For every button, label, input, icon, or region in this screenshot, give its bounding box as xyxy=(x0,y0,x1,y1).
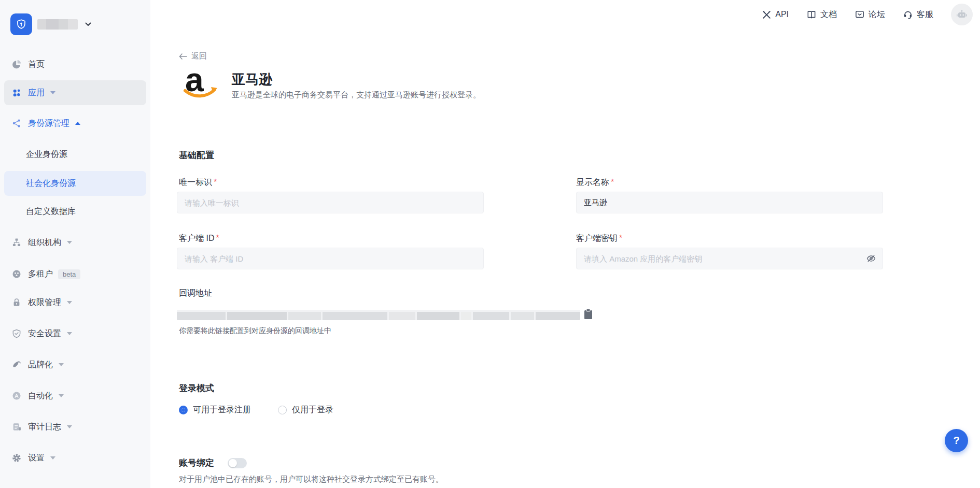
forum-link[interactable]: 论坛 xyxy=(855,9,885,20)
api-link[interactable]: API xyxy=(762,10,789,20)
required-asterisk: * xyxy=(214,178,217,186)
radio-unselected-icon xyxy=(278,406,287,414)
sidebar-item-apps[interactable]: 应用 xyxy=(4,80,146,105)
support-link[interactable]: 客服 xyxy=(903,9,933,20)
forum-icon xyxy=(855,9,865,20)
account-binding-row: 账号绑定 xyxy=(179,457,247,469)
sidebar-item-label: 设置 xyxy=(28,453,45,464)
workspace-switcher[interactable] xyxy=(10,12,91,36)
docs-link-label: 文档 xyxy=(820,9,837,20)
sidebar: 首页 应用 身份源管理 企业身份源 社会化身份源 自定义数据库 xyxy=(0,0,150,488)
required-asterisk: * xyxy=(619,234,622,242)
sidebar-item-custom-database[interactable]: 自定义数据库 xyxy=(0,200,150,223)
sidebar-item-automation[interactable]: 自动化 xyxy=(0,384,150,407)
headset-icon xyxy=(903,9,913,20)
docs-link[interactable]: 文档 xyxy=(806,9,837,20)
chevron-down-icon xyxy=(85,22,91,26)
sidebar-item-label: 自定义数据库 xyxy=(26,206,76,217)
sidebar-item-organization[interactable]: 组织机构 xyxy=(0,231,150,254)
page-title: 亚马逊 xyxy=(232,70,272,89)
sidebar-item-home[interactable]: 首页 xyxy=(0,53,150,76)
beta-badge: beta xyxy=(58,269,80,279)
sidebar-item-label: 应用 xyxy=(28,88,45,98)
account-binding-toggle[interactable] xyxy=(228,458,247,468)
sidebar-item-label: 社会化身份源 xyxy=(26,178,76,189)
login-mode-options: 可用于登录注册 仅用于登录 xyxy=(179,405,333,415)
robot-icon xyxy=(956,8,968,21)
sidebar-item-label: 组织机构 xyxy=(28,237,61,248)
chevron-down-icon xyxy=(67,241,72,244)
help-button[interactable]: ? xyxy=(945,429,968,452)
client-id-label: 客户端 ID* xyxy=(179,233,219,244)
forum-link-label: 论坛 xyxy=(869,9,885,20)
page-description: 亚马逊是全球的电子商务交易平台，支持通过亚马逊账号进行授权登录。 xyxy=(232,90,481,100)
sidebar-item-label: 多租户 xyxy=(28,269,53,280)
back-label: 返回 xyxy=(191,51,207,61)
radio-label: 仅用于登录 xyxy=(292,405,333,415)
chevron-down-icon xyxy=(67,332,72,335)
sidebar-item-label: 审计日志 xyxy=(28,422,61,433)
workspace-name-redacted xyxy=(37,19,78,30)
sidebar-item-label: 安全设置 xyxy=(28,328,61,339)
callback-url-helper: 你需要将此链接配置到对应身份源的回调地址中 xyxy=(179,326,331,336)
eye-off-icon[interactable] xyxy=(866,253,876,266)
chevron-down-icon xyxy=(50,91,55,94)
chevron-down-icon xyxy=(59,363,64,366)
tools-icon xyxy=(762,10,772,20)
app-root: 首页 应用 身份源管理 企业身份源 社会化身份源 自定义数据库 xyxy=(0,0,980,488)
sidebar-item-label: 身份源管理 xyxy=(28,118,69,129)
back-button[interactable]: 返回 xyxy=(179,51,207,61)
sidebar-item-multi-tenant[interactable]: 多租户 beta xyxy=(0,263,150,285)
client-secret-label: 客户端密钥* xyxy=(576,233,622,244)
lock-icon xyxy=(11,297,22,308)
sidebar-item-label: 首页 xyxy=(28,59,45,70)
radio-selected-icon xyxy=(179,406,188,414)
chevron-down-icon xyxy=(50,456,55,460)
chevron-down-icon xyxy=(67,301,72,304)
tenants-icon xyxy=(11,268,22,280)
topbar: API 文档 论坛 客服 xyxy=(762,0,980,29)
callback-url-redacted xyxy=(177,310,580,320)
avatar[interactable] xyxy=(951,4,973,25)
support-link-label: 客服 xyxy=(917,9,933,20)
unique-id-label: 唯一标识* xyxy=(179,177,217,188)
radio-login-register[interactable]: 可用于登录注册 xyxy=(179,405,251,415)
chevron-down-icon xyxy=(67,425,72,428)
chevron-up-icon xyxy=(75,122,80,125)
sidebar-item-security[interactable]: 安全设置 xyxy=(0,322,150,345)
apps-grid-icon xyxy=(11,87,22,98)
sidebar-item-settings[interactable]: 设置 xyxy=(0,447,150,469)
sidebar-item-audit-log[interactable]: 审计日志 xyxy=(0,415,150,438)
display-name-input[interactable] xyxy=(576,192,883,213)
client-id-input[interactable] xyxy=(177,248,484,269)
sidebar-item-label: 品牌化 xyxy=(28,360,53,370)
org-tree-icon xyxy=(11,237,22,248)
section-account-binding: 账号绑定 xyxy=(179,457,214,469)
sidebar-item-branding[interactable]: 品牌化 xyxy=(0,353,150,376)
radio-login-only[interactable]: 仅用于登录 xyxy=(278,405,333,415)
sidebar-item-identity-sources[interactable]: 身份源管理 xyxy=(0,112,150,135)
sidebar-item-label: 企业身份源 xyxy=(26,149,67,160)
client-secret-field xyxy=(576,248,883,269)
client-secret-input[interactable] xyxy=(576,248,883,269)
gear-icon xyxy=(11,452,22,464)
toggle-knob xyxy=(229,459,237,467)
home-pie-icon xyxy=(11,59,22,70)
section-login-mode: 登录模式 xyxy=(179,382,214,394)
required-asterisk: * xyxy=(611,178,614,186)
sidebar-item-label: 权限管理 xyxy=(28,297,61,308)
sidebar-item-social-idp[interactable]: 社会化身份源 xyxy=(4,171,146,196)
section-basic-config: 基础配置 xyxy=(179,149,214,161)
automation-icon xyxy=(11,390,22,401)
sidebar-item-enterprise-idp[interactable]: 企业身份源 xyxy=(0,143,150,166)
book-icon xyxy=(806,9,817,20)
sidebar-item-permissions[interactable]: 权限管理 xyxy=(0,291,150,314)
chevron-down-icon xyxy=(59,394,64,397)
audit-log-icon xyxy=(11,421,22,433)
callback-url-label: 回调地址 xyxy=(179,288,212,299)
brush-icon xyxy=(11,359,22,370)
radio-label: 可用于登录注册 xyxy=(193,405,251,415)
unique-id-input[interactable] xyxy=(177,192,484,213)
sidebar-item-label: 自动化 xyxy=(28,391,53,401)
copy-icon[interactable] xyxy=(584,309,593,322)
